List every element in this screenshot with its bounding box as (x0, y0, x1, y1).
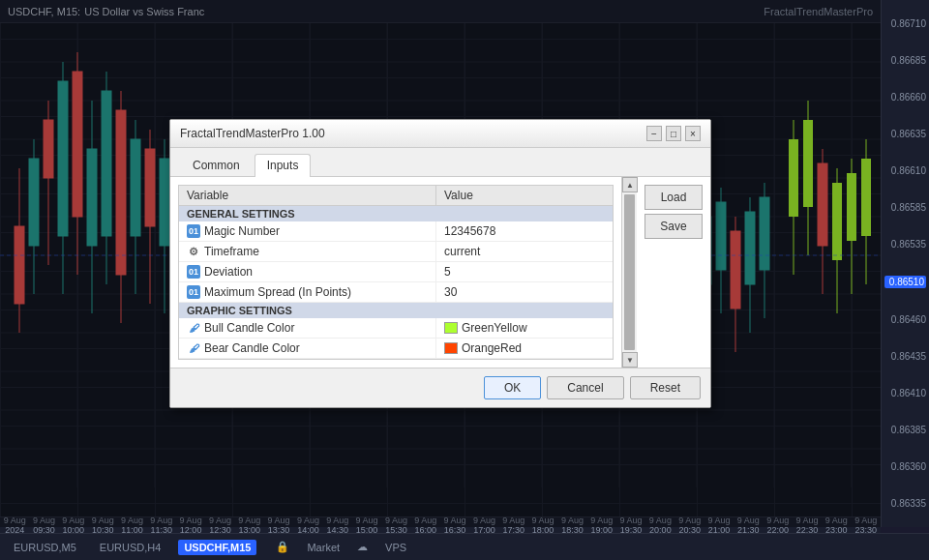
section-general-settings: GENERAL SETTINGS (179, 206, 613, 221)
variable-label: Deviation (204, 265, 253, 279)
reset-button[interactable]: Reset (630, 376, 701, 399)
table-row[interactable]: 🖌 Bear Candle Color OrangeRed (179, 339, 613, 359)
ok-button[interactable]: OK (484, 376, 541, 399)
variable-label: Bear Candle Color (204, 341, 300, 355)
variable-label: Maximum Spread (In Points) (204, 285, 351, 299)
variable-label: Bull Candle Color (204, 321, 294, 335)
variable-label: Timeframe (204, 245, 259, 258)
dialog-content: Variable Value GENERAL SETTINGS 01 Magic… (170, 177, 710, 368)
value-text: current (444, 245, 480, 258)
value-cell[interactable]: 5 (436, 262, 613, 281)
value-text: 5 (444, 265, 451, 279)
row-icon-01: 01 (187, 265, 200, 279)
dialog-tabs: Common Inputs (170, 148, 710, 177)
dialog-minimize-button[interactable]: − (646, 126, 662, 141)
color-swatch-bull (444, 322, 458, 334)
variable-cell: 🖌 Bear Candle Color (179, 339, 436, 358)
load-button[interactable]: Load (644, 185, 703, 210)
value-text: 12345678 (444, 224, 495, 238)
row-icon-01: 01 (187, 285, 200, 299)
price-axis: 0.86710 0.86685 0.86660 0.86635 0.86610 … (881, 0, 929, 527)
vps-label[interactable]: VPS (379, 540, 412, 555)
scrollbar[interactable]: ▲ ▼ (621, 177, 637, 368)
scroll-down-button[interactable]: ▼ (622, 352, 638, 368)
variable-label: Magic Number (204, 224, 280, 238)
row-icon-paint: 🖌 (187, 321, 200, 335)
table-row[interactable]: 01 Magic Number 12345678 (179, 221, 613, 242)
variable-cell: 01 Magic Number (179, 221, 436, 241)
value-cell[interactable]: OrangeRed (436, 339, 613, 358)
price-label: 0.86685 (884, 55, 926, 66)
price-label: 0.86460 (884, 314, 926, 325)
scroll-up-button[interactable]: ▲ (622, 177, 638, 192)
value-text: OrangeRed (462, 341, 522, 355)
dialog-close-button[interactable]: × (685, 126, 701, 141)
price-label: 0.86385 (884, 425, 926, 435)
market-label[interactable]: Market (301, 540, 345, 555)
tab-inputs[interactable]: Inputs (255, 154, 312, 177)
price-label-highlight: 0.86510 (884, 276, 926, 288)
market-icon: 🔒 (276, 541, 289, 553)
table-header: Variable Value (179, 186, 613, 206)
table-row[interactable]: 🖌 Bull Candle Color GreenYellow (179, 318, 613, 339)
table-row[interactable]: ⚙ Timeframe current (179, 242, 613, 262)
dialog-maximize-button[interactable]: □ (666, 126, 681, 141)
side-buttons: Load Save (644, 177, 710, 368)
value-cell[interactable]: GreenYellow (436, 318, 613, 338)
price-label: 0.86335 (884, 498, 926, 509)
column-value: Value (436, 186, 613, 205)
cancel-button[interactable]: Cancel (547, 376, 623, 399)
dialog-controls: − □ × (646, 126, 701, 141)
value-text: 30 (444, 285, 457, 299)
scroll-thumb[interactable] (624, 194, 635, 350)
vps-icon: ☁ (357, 541, 368, 553)
variable-cell: 01 Deviation (179, 262, 436, 281)
value-text: GreenYellow (462, 321, 527, 335)
variable-cell: 🖌 Bull Candle Color (179, 318, 436, 338)
dialog-title: FractalTrendMasterPro 1.00 (180, 127, 325, 140)
modal-overlay: FractalTrendMasterPro 1.00 − □ × Common … (0, 0, 881, 527)
tab-common[interactable]: Common (180, 154, 253, 176)
price-label: 0.86435 (884, 351, 926, 362)
price-label: 0.86635 (884, 129, 926, 139)
settings-table: Variable Value GENERAL SETTINGS 01 Magic… (178, 185, 614, 360)
value-cell[interactable]: 30 (436, 282, 613, 302)
status-item-eurusd-m5[interactable]: EURUSD,M5 (8, 540, 82, 555)
table-body: GENERAL SETTINGS 01 Magic Number 1234567… (179, 206, 613, 359)
price-label: 0.86360 (884, 461, 926, 472)
price-label: 0.86660 (884, 92, 926, 103)
status-item-eurusd-h4[interactable]: EURUSD,H4 (94, 540, 167, 555)
value-cell[interactable]: current (436, 242, 613, 261)
row-icon-paint: 🖌 (187, 341, 200, 355)
color-swatch-bear (444, 342, 458, 354)
row-icon-gear: ⚙ (187, 245, 200, 258)
price-label: 0.86410 (884, 388, 926, 398)
price-label: 0.86710 (884, 18, 926, 29)
row-icon-01: 01 (187, 224, 200, 238)
status-bar: EURUSD,M5 EURUSD,H4 USDCHF,M15 🔒 Market … (0, 533, 929, 560)
table-row[interactable]: 01 Deviation 5 (179, 262, 613, 282)
price-label: 0.86535 (884, 239, 926, 250)
dialog-titlebar: FractalTrendMasterPro 1.00 − □ × (170, 120, 710, 148)
value-cell[interactable]: 12345678 (436, 221, 613, 241)
save-button[interactable]: Save (644, 214, 703, 239)
dialog-footer: OK Cancel Reset (170, 368, 710, 407)
column-variable: Variable (179, 186, 436, 205)
variable-cell: 01 Maximum Spread (In Points) (179, 282, 436, 302)
price-label: 0.86610 (884, 165, 926, 176)
table-row[interactable]: 01 Maximum Spread (In Points) 30 (179, 282, 613, 303)
status-item-usdchf-m15[interactable]: USDCHF,M15 (178, 540, 256, 555)
price-label: 0.86585 (884, 202, 926, 213)
section-graphic-settings: GRAPHIC SETTINGS (179, 303, 613, 318)
variable-cell: ⚙ Timeframe (179, 242, 436, 261)
dialog: FractalTrendMasterPro 1.00 − □ × Common … (169, 119, 711, 408)
